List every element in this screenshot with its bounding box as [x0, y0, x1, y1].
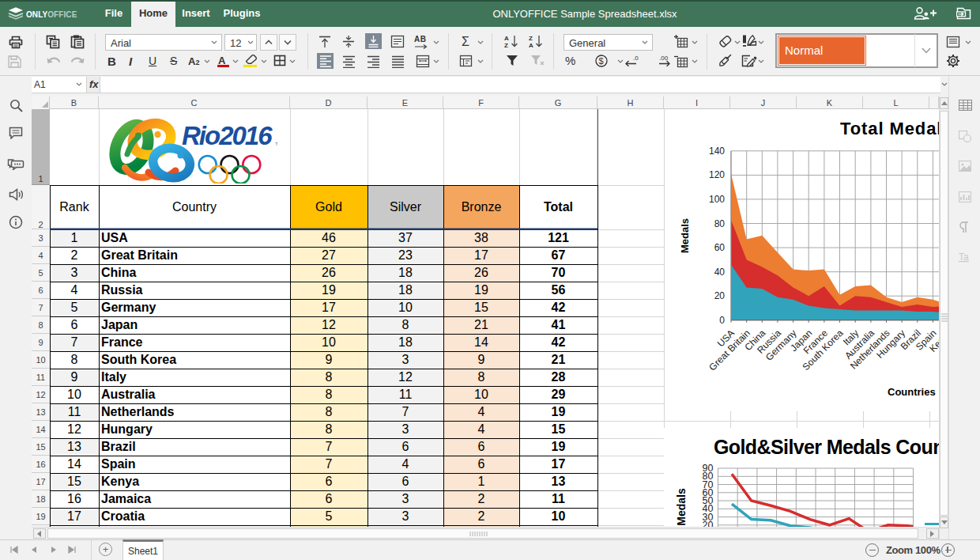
- svg-text:80: 80: [714, 218, 726, 229]
- svg-text:.0: .0: [633, 55, 639, 62]
- svg-text:Medals: Medals: [679, 218, 691, 253]
- svg-text:A: A: [529, 42, 533, 49]
- svg-text:40: 40: [714, 267, 726, 278]
- svg-text:20: 20: [714, 290, 726, 301]
- svg-text:140: 140: [709, 146, 725, 157]
- svg-text:A: A: [504, 35, 509, 42]
- svg-text:Ta: Ta: [959, 252, 969, 263]
- svg-text:100: 100: [709, 194, 725, 205]
- svg-text:0: 0: [719, 315, 725, 326]
- svg-text:Rio2016: Rio2016: [182, 121, 273, 150]
- svg-text:Countries: Countries: [888, 386, 936, 398]
- svg-text:Z: Z: [529, 35, 533, 42]
- svg-text:120: 120: [709, 169, 725, 180]
- svg-text:Medals: Medals: [675, 488, 688, 526]
- svg-text:60: 60: [714, 242, 726, 253]
- svg-text:TM: TM: [275, 142, 278, 146]
- svg-text:Gold&Silver Medals Count: Gold&Silver Medals Count: [714, 436, 939, 458]
- svg-text:$: $: [599, 56, 604, 66]
- svg-text:Z: Z: [504, 42, 508, 49]
- svg-text:Total Medals Count: Total Medals Count: [840, 119, 939, 138]
